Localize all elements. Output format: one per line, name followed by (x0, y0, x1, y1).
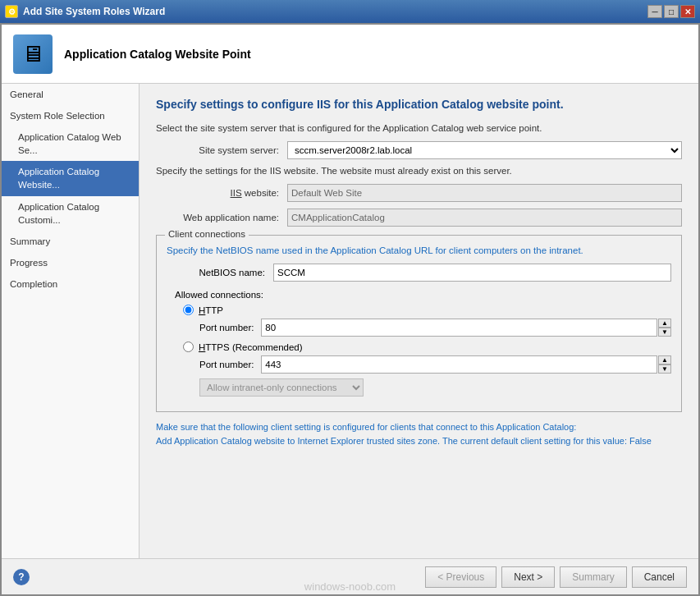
iis-website-field (287, 184, 682, 202)
group-box-title: Client connections (165, 229, 249, 239)
https-port-label: Port number: (199, 360, 261, 369)
server-desc: Select the site system server that is co… (156, 123, 682, 133)
http-radio[interactable] (183, 305, 194, 315)
title-text: Add Site System Roles Wizard (23, 6, 647, 17)
http-port-row: Port number: ▲ ▼ (167, 319, 671, 337)
allowed-label: Allowed connections: (167, 290, 671, 300)
previous-button[interactable]: < Previous (425, 566, 496, 588)
client-connections-group: Client connections Specify the NetBIOS n… (156, 235, 682, 412)
https-port-up[interactable]: ▲ (658, 355, 671, 364)
next-button[interactable]: Next > (501, 566, 555, 588)
https-port-input[interactable] (261, 355, 657, 374)
intranet-dropdown: Allow intranet-only connections (199, 378, 364, 397)
footer-line2: Add Application Catalog website to Inter… (156, 434, 682, 448)
main-panel: Specify settings to configure IIS for th… (140, 84, 698, 558)
bottom-right: < Previous Next > Summary Cancel (425, 566, 687, 588)
title-controls: ─ □ ✕ (647, 5, 695, 18)
footer-note: Make sure that the following client sett… (156, 420, 682, 447)
http-port-up[interactable]: ▲ (658, 319, 671, 328)
sidebar-item-app-catalog-customi[interactable]: Application Catalog Customi... (2, 196, 139, 231)
http-port-spinner: ▲ ▼ (658, 319, 671, 337)
https-radio[interactable] (183, 342, 194, 352)
iis-website-row: IIS website: (156, 184, 682, 202)
iis-website-label: IIS website: (156, 188, 287, 198)
https-port-row: Port number: ▲ ▼ (167, 355, 671, 374)
wizard-header: Application Catalog Website Point (2, 25, 698, 84)
iis-desc: Specify the settings for the IIS website… (156, 166, 682, 176)
http-port-input[interactable] (261, 319, 657, 337)
http-port-label: Port number: (199, 323, 261, 332)
cancel-button[interactable]: Cancel (632, 566, 687, 588)
server-row: Site system server: sccm.server2008r2.la… (156, 141, 682, 159)
summary-button[interactable]: Summary (560, 566, 626, 588)
sidebar-item-progress[interactable]: Progress (2, 252, 139, 273)
title-bar: ⚙ Add Site System Roles Wizard ─ □ ✕ (0, 0, 700, 23)
https-port-spinner: ▲ ▼ (658, 355, 671, 374)
netbios-row: NetBIOS name: (167, 264, 671, 282)
netbios-label: NetBIOS name: (167, 268, 273, 277)
maximize-button[interactable]: □ (664, 5, 679, 18)
server-field: sccm.server2008r2.lab.local (287, 141, 682, 159)
sidebar-item-app-catalog-website[interactable]: Application Catalog Website... (2, 161, 139, 195)
footer-line1: Make sure that the following client sett… (156, 420, 682, 434)
close-button[interactable]: ✕ (680, 5, 695, 18)
sidebar-item-general[interactable]: General (2, 84, 139, 105)
http-port-down[interactable]: ▼ (658, 328, 671, 337)
server-select[interactable]: sccm.server2008r2.lab.local (287, 141, 682, 159)
web-app-field (287, 209, 682, 227)
iis-website-input[interactable] (287, 184, 682, 202)
web-app-input[interactable] (287, 209, 682, 227)
https-radio-option: HTTPS (Recommended) (167, 342, 671, 352)
server-label: Site system server: (156, 145, 287, 155)
https-port-down[interactable]: ▼ (658, 364, 671, 374)
header-title: Application Catalog Website Point (64, 48, 251, 61)
bottom-bar: ? < Previous Next > Summary Cancel (2, 558, 698, 594)
https-label: HTTPS (Recommended) (199, 342, 303, 352)
sidebar-item-summary[interactable]: Summary (2, 231, 139, 252)
sidebar: General System Role Selection Applicatio… (2, 84, 140, 558)
group-desc: Specify the NetBIOS name used in the App… (167, 245, 671, 255)
header-icon (13, 34, 53, 74)
minimize-button[interactable]: ─ (647, 5, 662, 18)
http-radio-option: HTTP (167, 305, 671, 315)
help-icon[interactable]: ? (13, 569, 30, 585)
sidebar-item-system-role-selection[interactable]: System Role Selection (2, 105, 139, 126)
intranet-dropdown-row: Allow intranet-only connections (167, 378, 671, 397)
web-app-row: Web application name: (156, 209, 682, 227)
http-label: HTTP (199, 305, 223, 315)
panel-title: Specify settings to configure IIS for th… (156, 97, 682, 112)
web-app-label: Web application name: (156, 213, 287, 222)
title-icon: ⚙ (5, 5, 18, 18)
content-area: General System Role Selection Applicatio… (2, 84, 698, 558)
netbios-input[interactable] (273, 264, 671, 282)
sidebar-item-app-catalog-web-se[interactable]: Application Catalog Web Se... (2, 126, 139, 161)
sidebar-item-completion[interactable]: Completion (2, 273, 139, 295)
bottom-left: ? (13, 569, 30, 585)
main-window: Application Catalog Website Point Genera… (0, 23, 700, 596)
